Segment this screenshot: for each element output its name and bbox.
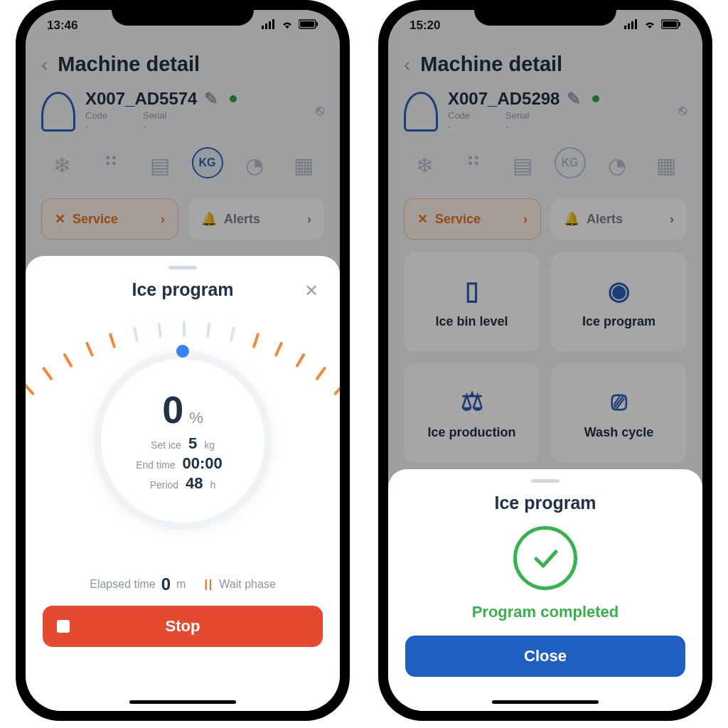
svg-rect-10	[635, 19, 637, 29]
sheet-title: Ice program	[494, 493, 596, 513]
svg-rect-12	[663, 21, 677, 27]
progress-dial[interactable]: 0%Set ice5kgEnd time00:00Period48h	[55, 313, 311, 569]
svg-rect-9	[631, 21, 633, 29]
svg-rect-8	[628, 23, 630, 29]
svg-rect-7	[624, 26, 626, 29]
svg-rect-2	[269, 21, 271, 29]
svg-rect-5	[300, 21, 314, 27]
wifi-icon	[643, 18, 657, 33]
status-bar: 15:20	[388, 10, 702, 41]
elapsed-unit: m	[176, 578, 186, 591]
close-icon[interactable]: ✕	[304, 281, 318, 301]
status-icons	[262, 18, 318, 33]
status-time: 15:20	[410, 18, 440, 33]
status-icons	[624, 18, 681, 33]
phone-left: 13:46 ‹ Machine detail	[16, 0, 350, 721]
elapsed-label: Elapsed time	[90, 578, 156, 591]
success-check-icon	[513, 526, 577, 590]
signal-icon	[262, 18, 276, 33]
phone-right: 15:20 ‹ Machine detail	[378, 0, 712, 721]
elapsed-row: Elapsed time 0 m || Wait phase	[43, 574, 323, 594]
status-time: 13:46	[47, 18, 77, 33]
ice-program-sheet: Ice program ✕ 0%Set ice5kgEnd time00:00P…	[26, 256, 340, 711]
screen: 15:20 ‹ Machine detail	[388, 10, 702, 711]
phase-label: Wait phase	[219, 578, 275, 591]
svg-rect-3	[272, 19, 274, 29]
stop-label: Stop	[166, 617, 200, 636]
status-bar: 13:46	[26, 10, 340, 41]
elapsed-value: 0	[161, 574, 171, 594]
close-label: Close	[524, 647, 567, 665]
battery-icon	[299, 18, 318, 33]
drag-handle[interactable]	[168, 266, 197, 269]
completed-text: Program completed	[405, 603, 685, 621]
stop-button[interactable]: Stop	[43, 606, 323, 647]
svg-rect-13	[679, 22, 680, 26]
svg-rect-0	[262, 26, 264, 29]
drag-handle[interactable]	[531, 479, 560, 483]
signal-icon	[624, 18, 638, 33]
pause-icon: ||	[204, 578, 213, 591]
home-indicator[interactable]	[129, 700, 236, 704]
battery-icon	[661, 18, 681, 33]
stop-icon	[57, 620, 70, 633]
svg-rect-1	[265, 23, 267, 29]
ice-program-complete-sheet: Ice program Program completed Close	[388, 469, 702, 711]
sheet-title: Ice program	[132, 279, 233, 300]
svg-rect-6	[316, 22, 318, 26]
close-button[interactable]: Close	[405, 636, 685, 677]
screen: 13:46 ‹ Machine detail	[26, 10, 340, 711]
home-indicator[interactable]	[492, 700, 599, 704]
wifi-icon	[280, 18, 294, 33]
